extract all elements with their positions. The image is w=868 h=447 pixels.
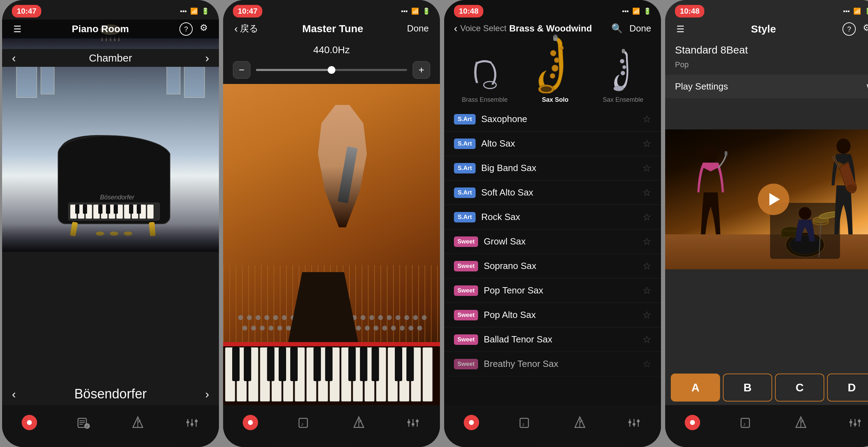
star-breathy-tenor-sax[interactable]: ☆ (642, 358, 651, 370)
piano-name-bar: ‹ Bösendorfer › (2, 386, 219, 402)
svg-point-134 (541, 86, 552, 92)
star-pop-alto-sax[interactable]: ☆ (642, 309, 651, 321)
chord-buttons: A B C D (665, 374, 868, 402)
settings-icon-4[interactable]: ⚙ (863, 22, 868, 36)
chord-button-c[interactable]: C (775, 374, 824, 402)
tune-slider[interactable] (256, 69, 407, 71)
svg-rect-104 (244, 347, 251, 381)
page-title-2: Master Tune (302, 23, 363, 35)
play-button[interactable] (758, 184, 789, 215)
compose-toolbar-item[interactable]: ♪ (76, 415, 91, 430)
tune-plus-button[interactable]: + (413, 61, 430, 79)
hamburger-icon-4[interactable]: ☰ (676, 24, 684, 35)
svg-text:♪: ♪ (301, 421, 304, 427)
help-icon-1[interactable]: ? (179, 22, 193, 36)
star-growl-sax[interactable]: ☆ (642, 236, 651, 247)
metronome-toolbar-item[interactable] (130, 415, 145, 430)
search-icon-3[interactable]: 🔍 (611, 23, 622, 34)
metronome-toolbar-item-2[interactable] (351, 415, 367, 430)
compose-toolbar-item-2[interactable]: ♪ (297, 415, 312, 430)
metronome-toolbar-item-4[interactable] (793, 415, 809, 430)
voice-item-pop-alto-sax[interactable]: Sweet Pop Alto Sax ☆ (444, 303, 661, 327)
voice-item-breathy-tenor-sax[interactable]: Sweet Breathy Tenor Sax ☆ (444, 352, 661, 376)
voice-badge-big-band-sax: S.Art (454, 163, 476, 173)
voice-badge-ballad-tenor-sax: Sweet (454, 334, 478, 345)
svg-point-128 (554, 58, 559, 63)
brass-ensemble-img (469, 51, 500, 93)
star-soprano-sax[interactable]: ☆ (642, 260, 651, 272)
star-rock-sax[interactable]: ☆ (642, 211, 651, 223)
voice-item-alto-sax[interactable]: S.Art Alto Sax ☆ (444, 132, 661, 156)
svg-rect-37 (186, 421, 189, 423)
chord-button-a[interactable]: A (671, 374, 720, 402)
svg-point-137 (621, 71, 625, 75)
star-pop-tenor-sax[interactable]: ☆ (642, 285, 651, 296)
voice-item-soft-alto-sax[interactable]: S.Art Soft Alto Sax ☆ (444, 180, 661, 205)
record-toolbar-item-4[interactable] (685, 415, 700, 430)
star-ballad-tenor-sax[interactable]: ☆ (642, 334, 651, 345)
next-piano-button[interactable]: › (205, 387, 209, 401)
voice-item-saxophone[interactable]: S.Art Saxophone ☆ (444, 107, 661, 132)
tune-minus-button[interactable]: − (233, 61, 250, 79)
mixer-toolbar-item[interactable] (184, 415, 200, 430)
mixer-toolbar-item-4[interactable] (847, 415, 863, 430)
star-soft-alto-sax[interactable]: ☆ (642, 187, 651, 198)
voice-item-rock-sax[interactable]: S.Art Rock Sax ☆ (444, 205, 661, 229)
star-alto-sax[interactable]: ☆ (642, 138, 651, 149)
voice-nav-title: Voice Select (460, 23, 506, 33)
voice-name-rock-sax: Rock Sax (481, 212, 642, 222)
star-saxophone[interactable]: ☆ (642, 113, 651, 125)
mixer-toolbar-item-2[interactable] (405, 415, 421, 430)
mixer-icon-3 (626, 415, 642, 430)
bottom-toolbar-4: ♪ (665, 405, 868, 447)
svg-point-63 (251, 326, 256, 331)
mixer-toolbar-item-3[interactable] (626, 415, 642, 430)
done-button-3[interactable]: Done (629, 23, 651, 34)
done-button-2[interactable]: Done (407, 23, 429, 34)
record-dot-4 (690, 420, 695, 425)
play-settings-bar[interactable]: Play Settings ∨ (665, 75, 868, 98)
help-icon-4[interactable]: ? (842, 22, 856, 36)
compose-toolbar-item-4[interactable]: ♪ (739, 415, 754, 430)
room-name: Chamber (89, 52, 132, 64)
chord-button-b[interactable]: B (723, 374, 772, 402)
svg-rect-175 (854, 423, 856, 425)
prev-room-button[interactable]: ‹ (12, 51, 16, 65)
battery-icon-4: 🔋 (865, 7, 868, 15)
metronome-toolbar-item-3[interactable] (572, 415, 588, 430)
record-toolbar-item-2[interactable] (243, 415, 258, 430)
compose-toolbar-item-3[interactable]: ♪ (518, 415, 533, 430)
voice-item-growl-sax[interactable]: Sweet Growl Sax ☆ (444, 229, 661, 254)
carousel-item-brass[interactable]: Brass Ensemble (462, 51, 507, 104)
svg-rect-112 (372, 347, 379, 381)
carousel-item-sax-ensemble[interactable]: Sax Ensemble (603, 48, 643, 104)
carousel-item-sax-solo[interactable]: Sax Solo (529, 34, 581, 104)
svg-point-80 (400, 326, 405, 331)
voice-item-pop-tenor-sax[interactable]: Sweet Pop Tenor Sax ☆ (444, 278, 661, 303)
carousel-label-sax-ensemble: Sax Ensemble (603, 96, 643, 104)
record-toolbar-item-3[interactable] (464, 415, 479, 430)
next-room-button[interactable]: › (205, 51, 209, 65)
svg-point-40 (238, 315, 243, 320)
record-button-4[interactable] (685, 415, 700, 430)
hamburger-icon[interactable]: ☰ (13, 24, 21, 35)
voice-item-ballad-tenor-sax[interactable]: Sweet Ballad Tenor Sax ☆ (444, 327, 661, 352)
voice-item-big-band-sax[interactable]: S.Art Big Band Sax ☆ (444, 156, 661, 180)
voice-name-breathy-tenor-sax: Breathy Tenor Sax (484, 359, 642, 369)
svg-rect-114 (407, 347, 414, 381)
back-button-2[interactable]: ‹ 戻る (234, 22, 258, 35)
prev-piano-button[interactable]: ‹ (12, 387, 16, 401)
chord-button-d[interactable]: D (827, 374, 868, 402)
back-chevron-3[interactable]: ‹ (454, 22, 457, 34)
svg-rect-106 (279, 347, 286, 381)
svg-rect-123 (407, 421, 410, 423)
settings-icon-1[interactable]: ⚙ (200, 22, 208, 36)
svg-rect-12 (75, 205, 79, 214)
record-toolbar-item[interactable] (22, 415, 37, 430)
voice-list: S.Art Saxophone ☆ S.Art Alto Sax ☆ S.Art… (444, 107, 661, 447)
record-button-2[interactable] (243, 415, 258, 430)
voice-item-soprano-sax[interactable]: Sweet Soprano Sax ☆ (444, 254, 661, 278)
record-button-3[interactable] (464, 415, 479, 430)
record-button[interactable] (22, 415, 37, 430)
star-big-band-sax[interactable]: ☆ (642, 162, 651, 174)
